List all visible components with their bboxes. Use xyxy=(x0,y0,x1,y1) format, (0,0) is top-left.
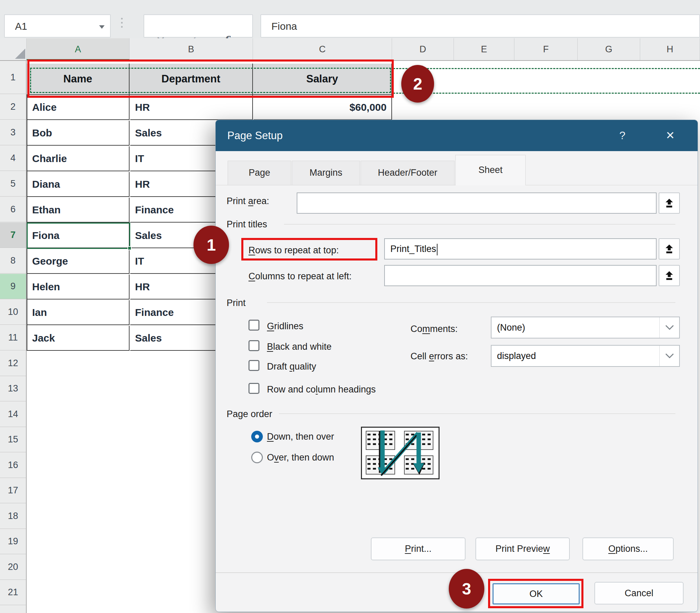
tab-sheet[interactable]: Sheet xyxy=(455,155,526,185)
print-area-collapse-button[interactable] xyxy=(659,193,680,214)
row-header-4[interactable]: 4 xyxy=(0,146,26,171)
column-header-H[interactable]: H xyxy=(640,38,700,60)
gridlines-checkbox[interactable] xyxy=(249,319,260,330)
row-header-17[interactable]: 17 xyxy=(0,478,26,504)
column-header-B[interactable]: B xyxy=(130,38,253,60)
row-header-8[interactable]: 8 xyxy=(0,248,26,274)
dialog-close-icon[interactable]: ✕ xyxy=(658,120,682,151)
name-box[interactable]: A1 xyxy=(4,14,111,38)
column-header-E[interactable]: E xyxy=(454,38,514,60)
row-header-13[interactable]: 13 xyxy=(0,376,26,402)
row-header-16[interactable]: 16 xyxy=(0,453,26,478)
row-header-7[interactable]: 7 xyxy=(0,223,26,248)
page-order-group-label: Page order xyxy=(227,409,273,419)
rows-repeat-collapse-button[interactable] xyxy=(659,238,680,260)
cell-A9[interactable]: Helen xyxy=(27,275,130,300)
row-header-10[interactable]: 10 xyxy=(0,300,26,325)
cols-repeat-collapse-button[interactable] xyxy=(659,265,680,286)
row-header-9[interactable]: 9 xyxy=(0,274,26,299)
column-header-C[interactable]: C xyxy=(253,38,392,60)
options-button[interactable]: Options... xyxy=(582,537,674,560)
name-box-dropdown-icon[interactable] xyxy=(99,25,105,29)
rows-repeat-input[interactable]: Print_Titles xyxy=(384,238,657,260)
print-titles-group-label: Print titles xyxy=(227,219,267,230)
row-header-20[interactable]: 20 xyxy=(0,555,26,580)
cell-A2[interactable]: Alice xyxy=(27,95,130,120)
cell-B2[interactable]: HR xyxy=(130,95,253,120)
row-header-1[interactable]: 1 xyxy=(0,61,26,94)
over-then-down-radio[interactable] xyxy=(251,452,263,463)
row-header-19[interactable]: 19 xyxy=(0,529,26,555)
row-header-11[interactable]: 11 xyxy=(0,325,26,350)
print-area-input[interactable] xyxy=(297,193,657,214)
row-headers: 123456789101112131415161718192021 xyxy=(0,61,27,613)
row-header-3[interactable]: 3 xyxy=(0,120,26,145)
tab-margins[interactable]: Margins xyxy=(292,161,360,185)
tab-header-footer[interactable]: Header/Footer xyxy=(360,161,454,185)
row-header-15[interactable]: 15 xyxy=(0,427,26,453)
dialog-help-icon[interactable]: ? xyxy=(610,120,634,151)
draft-quality-label: Draft quality xyxy=(267,361,316,372)
column-header-A[interactable]: A xyxy=(27,38,130,60)
row-header-12[interactable]: 12 xyxy=(0,351,26,376)
cell-A6[interactable]: Ethan xyxy=(27,198,130,223)
annotation-badge-1: 1 xyxy=(194,226,229,264)
cell-errors-dropdown[interactable]: displayed xyxy=(491,345,680,367)
page-order-preview-icon xyxy=(361,427,439,479)
comments-label: Comments: xyxy=(410,324,458,334)
print-titles-group-line xyxy=(284,224,675,225)
column-header-F[interactable]: F xyxy=(514,38,578,60)
annotation-rect-header-row xyxy=(27,60,394,98)
row-header-21[interactable]: 21 xyxy=(0,580,26,605)
row-col-headings-checkbox[interactable] xyxy=(249,383,260,394)
black-and-white-label: Black and white xyxy=(267,341,332,352)
formula-bar[interactable]: Fiona xyxy=(261,14,700,38)
tab-page[interactable]: Page xyxy=(228,161,291,185)
print-preview-button[interactable]: Print Preview xyxy=(475,537,570,560)
column-header-D[interactable]: D xyxy=(392,38,454,60)
collapse-dialog-icon xyxy=(664,271,674,281)
annotation-badge-2: 2 xyxy=(401,65,434,103)
black-and-white-checkbox[interactable] xyxy=(249,340,260,351)
print-button[interactable]: Print... xyxy=(371,537,465,560)
cell-A10[interactable]: Ian xyxy=(27,300,130,325)
annotation-rect-rows-repeat xyxy=(241,238,377,261)
formula-buttons-box: ✕ ✓ fx xyxy=(144,14,253,38)
down-then-over-label: Down, then over xyxy=(267,431,334,442)
cell-A5[interactable]: Diana xyxy=(27,172,130,197)
page-order-group-line xyxy=(279,413,675,414)
chevron-down-icon[interactable] xyxy=(659,317,679,338)
cols-repeat-label: Columns to repeat at left: xyxy=(249,271,352,282)
row-header-5[interactable]: 5 xyxy=(0,171,26,197)
fill-handle[interactable] xyxy=(128,246,132,250)
excel-window: A1 ✕ ✓ fx Fiona ABCDEFGH 123456789101112… xyxy=(0,0,700,613)
select-all-corner[interactable] xyxy=(0,38,27,60)
row-header-6[interactable]: 6 xyxy=(0,197,26,222)
cell-errors-label: Cell errors as: xyxy=(410,351,468,362)
marching-ants-bottom-extension xyxy=(393,93,700,94)
draft-quality-checkbox[interactable] xyxy=(249,360,260,371)
cols-repeat-input[interactable] xyxy=(384,265,657,286)
cell-A4[interactable]: Charlie xyxy=(27,146,130,171)
cell-C2[interactable]: $60,000 xyxy=(254,95,392,120)
comments-dropdown[interactable]: (None) xyxy=(491,316,680,338)
print-group-line xyxy=(267,302,675,303)
annotation-badge-3: 3 xyxy=(449,569,484,609)
print-group-label: Print xyxy=(227,298,246,308)
collapse-dialog-icon xyxy=(664,244,674,254)
row-header-14[interactable]: 14 xyxy=(0,402,26,427)
chevron-down-icon[interactable] xyxy=(659,345,679,366)
cancel-button[interactable]: Cancel xyxy=(594,582,684,604)
cell-A11[interactable]: Jack xyxy=(27,326,130,351)
toolbar-separator-dots-icon xyxy=(120,18,123,31)
annotation-rect-ok xyxy=(488,579,583,608)
down-then-over-radio[interactable] xyxy=(251,431,263,442)
row-header-2[interactable]: 2 xyxy=(0,94,26,120)
dialog-titlebar[interactable]: Page Setup ? ✕ xyxy=(216,120,698,151)
cell-A3[interactable]: Bob xyxy=(27,121,130,146)
column-header-G[interactable]: G xyxy=(578,38,640,60)
row-header-stub xyxy=(0,605,26,613)
row-header-18[interactable]: 18 xyxy=(0,504,26,529)
cell-A8[interactable]: George xyxy=(27,249,130,274)
marching-ants-top-extension xyxy=(393,68,700,69)
